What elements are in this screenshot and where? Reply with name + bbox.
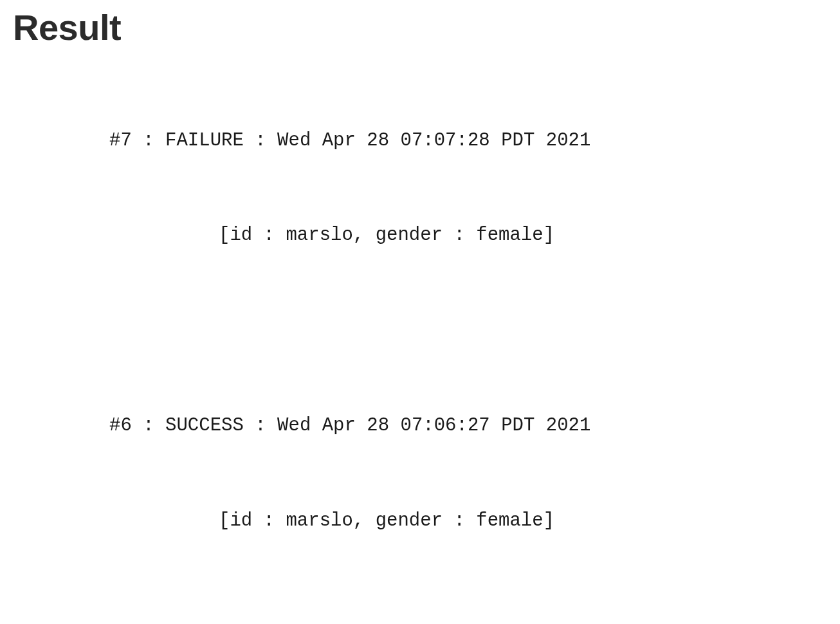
entry-details: [id : marslo, gender : female] xyxy=(13,219,827,251)
entry-details: [id : marslo, gender : female] xyxy=(13,505,827,537)
entry-header-line: #7 : FAILURE : Wed Apr 28 07:07:28 PDT 2… xyxy=(13,125,827,156)
entry-status: SUCCESS xyxy=(165,415,244,436)
entry-number: #7 xyxy=(109,130,132,151)
entry-number: #6 xyxy=(109,415,132,436)
entry-timestamp: Wed Apr 28 07:07:28 PDT 2021 xyxy=(277,130,590,151)
entry-timestamp: Wed Apr 28 07:06:27 PDT 2021 xyxy=(277,415,590,436)
result-entry: #6 : SUCCESS : Wed Apr 28 07:06:27 PDT 2… xyxy=(13,346,827,568)
result-entry: #7 : FAILURE : Wed Apr 28 07:07:28 PDT 2… xyxy=(13,61,827,283)
entry-status: FAILURE xyxy=(165,130,244,151)
page-title: Result xyxy=(13,6,827,48)
entry-header-line: #6 : SUCCESS : Wed Apr 28 07:06:27 PDT 2… xyxy=(13,410,827,441)
